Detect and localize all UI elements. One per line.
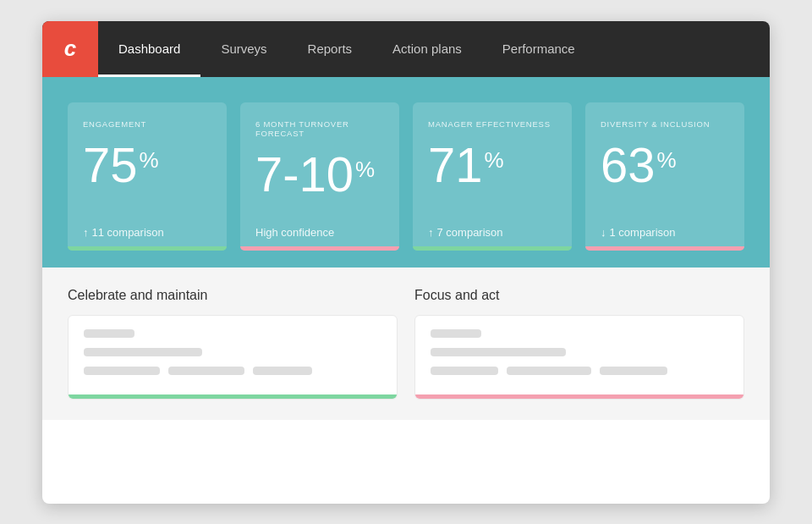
- metric-value-turnover: 7-10%: [255, 150, 384, 199]
- metric-label-diversity: Diversity & Inclusion: [601, 119, 729, 129]
- bottom-section: Celebrate and maintain Focus and act: [42, 268, 770, 420]
- logo-area: c: [42, 21, 98, 77]
- skeleton-line: [253, 367, 312, 375]
- metrics-row: Engagement 75% 11 comparison 6 Month Tur…: [68, 102, 744, 251]
- skeleton-line: [84, 348, 202, 356]
- metric-label-manager: Manager Effectiveness: [428, 119, 557, 129]
- panel-celebrate: Celebrate and maintain: [68, 288, 398, 400]
- skeleton-line: [600, 367, 667, 375]
- celebrate-bar: [69, 394, 397, 399]
- metric-label-engagement: Engagement: [83, 119, 211, 129]
- metric-comparison-turnover: High confidence: [255, 216, 384, 251]
- skeleton-line: [84, 329, 134, 338]
- metric-bar-manager: [413, 246, 572, 251]
- metric-comparison-diversity: 1 comparison: [601, 216, 729, 251]
- nav-item-action-plans[interactable]: Action plans: [372, 21, 482, 77]
- metric-comparison-manager: 7 comparison: [428, 216, 557, 251]
- focus-card: [414, 315, 744, 400]
- skeleton-line: [507, 367, 591, 375]
- metric-card-diversity: Diversity & Inclusion 63% 1 comparison: [585, 102, 744, 251]
- metric-bar-engagement: [68, 246, 227, 251]
- metric-bar-diversity: [585, 246, 744, 251]
- metric-bar-turnover: [240, 246, 399, 251]
- app-window: c Dashboard Surveys Reports Action plans…: [42, 21, 770, 504]
- skeleton-line: [431, 348, 566, 356]
- metric-card-turnover: 6 Month Turnover Forecast 7-10% High con…: [240, 102, 399, 251]
- skeleton-row: [431, 367, 728, 375]
- skeleton-line: [431, 367, 498, 375]
- nav-items: Dashboard Surveys Reports Action plans P…: [98, 21, 595, 77]
- nav-item-surveys[interactable]: Surveys: [200, 21, 287, 77]
- focus-bar: [415, 394, 743, 399]
- navbar: c Dashboard Surveys Reports Action plans…: [42, 21, 770, 77]
- nav-item-reports[interactable]: Reports: [288, 21, 373, 77]
- metric-card-engagement: Engagement 75% 11 comparison: [68, 102, 227, 251]
- panel-focus: Focus and act: [414, 288, 744, 400]
- metric-value-engagement: 75%: [83, 141, 211, 190]
- metric-value-manager: 71%: [428, 141, 557, 190]
- metrics-section: Engagement 75% 11 comparison 6 Month Tur…: [42, 77, 770, 268]
- skeleton-row: [84, 367, 381, 375]
- skeleton-line: [431, 329, 481, 338]
- metric-value-diversity: 63%: [601, 141, 729, 190]
- nav-item-performance[interactable]: Performance: [482, 21, 595, 77]
- logo-icon: c: [64, 36, 76, 62]
- celebrate-title: Celebrate and maintain: [68, 288, 398, 303]
- skeleton-line: [84, 367, 160, 375]
- metric-label-turnover: 6 Month Turnover Forecast: [255, 119, 384, 138]
- celebrate-card: [68, 315, 398, 400]
- skeleton-line: [168, 367, 244, 375]
- nav-item-dashboard[interactable]: Dashboard: [98, 21, 200, 77]
- metric-comparison-engagement: 11 comparison: [83, 216, 211, 251]
- focus-title: Focus and act: [414, 288, 744, 303]
- metric-card-manager: Manager Effectiveness 71% 7 comparison: [413, 102, 572, 251]
